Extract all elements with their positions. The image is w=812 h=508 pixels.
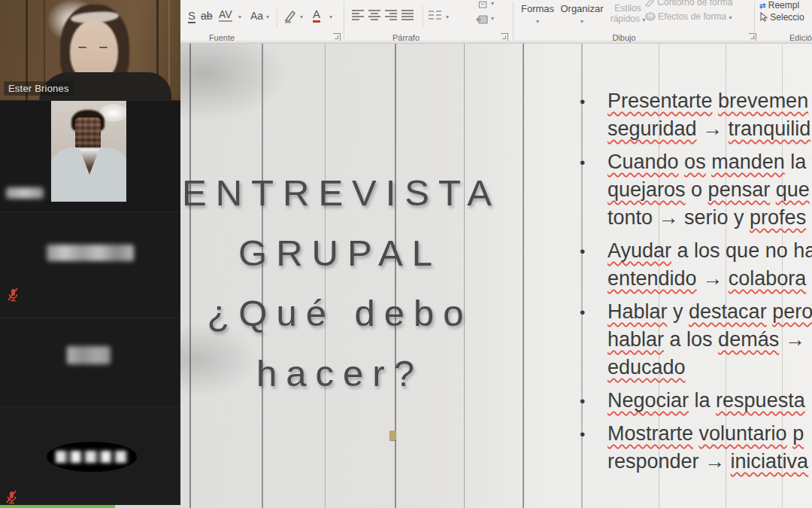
chevron-down-icon[interactable]: ▾ [491,0,494,7]
chevron-down-icon: ▾ [536,18,539,25]
chevron-down-icon[interactable]: ▾ [446,14,449,20]
participant-tile-3[interactable] [0,211,180,318]
align-left-icon[interactable] [352,10,365,21]
taskbar-sliver [115,505,180,508]
estilos-label-line1: Estilos [614,3,641,14]
bullet-dot: • [577,298,607,382]
meeting-video-strip: Ester Briones [0,0,180,508]
slide-canvas: ENTREVISTAGRUPAL¿Qué debohacer? •Present… [180,44,812,508]
group-label-edicion: Edició [778,33,812,42]
group-label-fuente: Fuente [195,33,248,42]
bullet-dot: • [577,87,607,143]
bullet-text: Cuando os manden la tquejaros o pensar q… [607,148,812,232]
chevron-down-icon[interactable]: ▾ [491,15,494,22]
participant-1-eye [99,47,108,48]
participant-tile-5[interactable] [0,406,180,508]
slide-title-line: ENTREVISTA [182,163,498,223]
screen: Ester Briones [0,0,812,508]
participant-1-eye [78,47,86,48]
participant-2-pixelated-face [75,117,101,151]
redacted-name-ellipse [47,442,137,472]
columns-icon[interactable] [429,10,442,21]
bullet-item: •Ayudar a los que no haentendido → colab… [577,237,812,293]
chevron-down-icon[interactable]: ▾ [329,14,332,20]
strikethrough-button[interactable]: ab [201,10,213,22]
chevron-down-icon[interactable]: ▾ [300,14,303,20]
muted-microphone-icon [6,287,20,303]
redacted-name-blur [67,346,111,364]
reemplazar-button[interactable]: ⇄ Reempl [759,0,799,11]
wood-knob-detail [389,430,396,440]
bullet-dot: • [577,387,607,415]
redacted-name-blur [56,451,128,463]
select-cursor-icon [759,12,768,22]
ribbon: S ab AV ▾ Aa ▾ ▾ A ▾ Fuente [180,0,812,44]
dibujo-dialog-launcher[interactable] [749,33,756,41]
reemplazar-label: Reempl [768,0,799,11]
formas-button[interactable]: Formas ▾ [519,3,556,27]
participant-name-label: Ester Briones [4,81,74,96]
bullet-item: •Hablar y destacar perohablar a los demá… [577,298,812,382]
slide-title-line: ¿Qué debo [182,283,498,343]
bullet-item: •Mostrarte voluntario presponder → inici… [577,420,812,476]
seleccionar-label: Seleccio [770,12,804,23]
muted-microphone-icon [5,490,18,505]
participant-tile-1[interactable]: Ester Briones [0,0,180,100]
slide-title: ENTREVISTAGRUPAL¿Qué debohacer? [182,163,498,403]
bullet-item: •Presentarte brevemenseguridad → tranqui… [577,87,812,143]
bullet-item: •Cuando os manden la tquejaros o pensar … [577,148,812,232]
participant-2-video [51,101,126,202]
chevron-down-icon[interactable]: ▾ [238,14,241,20]
convert-to-smartart-icon[interactable] [476,14,488,24]
estilos-rapidos-button[interactable]: Estilos rápidos ▾ [609,3,647,26]
fuente-dialog-launcher[interactable] [333,33,341,41]
bullet-dot: • [577,148,607,232]
chevron-down-icon: ▾ [729,14,732,21]
screen-share-green-border [0,505,115,508]
slide-title-line: hacer? [182,343,498,403]
text-direction-icon[interactable] [477,0,489,8]
parrafo-dialog-launcher[interactable] [501,33,508,41]
bullet-text: Mostrarte voluntario presponder → inicia… [607,420,808,476]
participant-tile-2[interactable] [0,100,180,211]
organizar-button[interactable]: Organizar ▾ [558,3,606,27]
formas-label: Formas [521,3,554,14]
bullet-text: Ayudar a los que no haentendido → colabo… [607,237,812,293]
bullet-text: Negociar la respuesta [607,387,805,415]
redacted-name-blur [6,187,44,199]
bullet-text: Hablar y destacar perohablar a los demás… [607,298,812,382]
chevron-down-icon: ▾ [580,18,583,25]
bullet-item: •Negociar la respuesta [577,387,812,415]
align-center-icon[interactable] [368,10,381,21]
justify-icon[interactable] [401,10,414,21]
replace-icon: ⇄ [759,2,765,10]
change-case-button[interactable]: Aa [250,10,263,22]
organizar-label: Organizar [560,3,603,14]
efectos-label: Efectos de forma [658,11,726,22]
align-right-icon[interactable] [385,10,398,21]
bullet-list: •Presentarte brevemenseguridad → tranqui… [577,87,812,508]
redacted-name-blur [47,245,134,261]
bullet-text: Presentarte brevemenseguridad → tranquil… [607,87,810,143]
seleccionar-button[interactable]: Seleccio [759,12,804,23]
character-spacing-button[interactable]: AV [219,8,232,22]
efectos-de-forma-button[interactable]: Efectos de forma ▾ [645,11,732,22]
contorno-label: Contorno de forma [657,0,732,8]
shape-outline-icon [645,0,655,7]
group-label-parrafo: Párrafo [372,33,440,42]
group-label-dibujo: Dibujo [590,33,658,42]
bullet-dot: • [577,420,607,476]
highlighter-pen-icon[interactable] [283,8,298,23]
slide-title-line: GRUPAL [182,223,498,283]
powerpoint-window: S ab AV ▾ Aa ▾ ▾ A ▾ Fuente [180,0,812,508]
underline-button[interactable]: S [188,9,195,23]
chevron-down-icon[interactable]: ▾ [266,14,269,20]
shape-effects-icon [645,12,656,21]
estilos-label-line2: rápidos [611,14,640,24]
contorno-de-forma-button[interactable]: Contorno de forma [645,0,732,8]
font-color-button[interactable]: A [313,8,320,23]
participant-tile-4[interactable] [0,318,180,406]
bullet-dot: • [577,237,607,293]
